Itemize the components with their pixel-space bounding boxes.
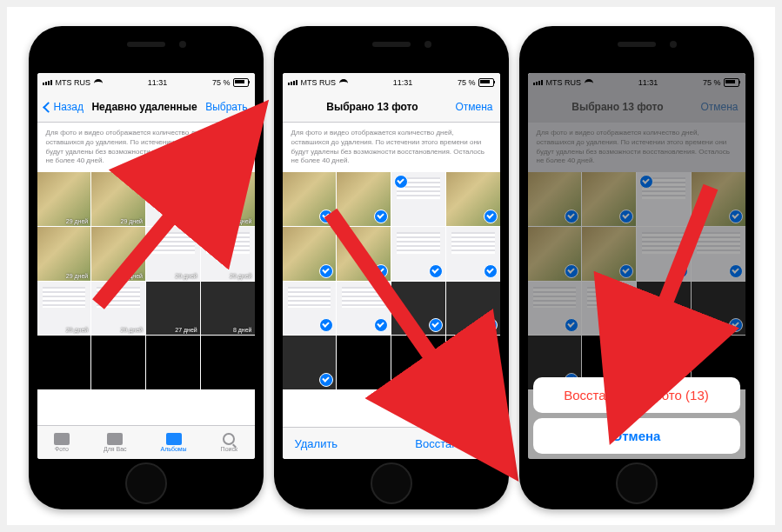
photo-thumb[interactable]: 8 дней xyxy=(201,282,255,336)
check-icon xyxy=(319,209,333,223)
carrier-label: MTS RUS xyxy=(301,78,337,87)
battery-icon xyxy=(478,78,494,87)
photo-thumb[interactable]: 29 дней xyxy=(91,282,145,336)
empty-cell xyxy=(91,336,145,389)
phone-2: MTS RUS 11:31 75 % Выбрано 13 фото Отмен… xyxy=(274,26,509,509)
clock: 11:31 xyxy=(393,78,413,87)
phone-1: MTS RUS 11:31 75 % Назад Недавно удаленн… xyxy=(29,26,264,509)
tab-bar: Фото Для Вас Альбомы Поиск xyxy=(37,425,255,459)
toolbar: Удалить Восстановить xyxy=(283,427,500,459)
photo-thumb[interactable] xyxy=(337,282,391,336)
clock: 11:31 xyxy=(148,78,168,87)
photos-icon xyxy=(54,433,70,445)
nav-bar: Выбрано 13 фото Отмена xyxy=(283,92,500,123)
action-sheet: Восстановить фото (13) Отмена xyxy=(533,377,740,454)
photo-thumb[interactable]: 29 дней xyxy=(146,172,200,226)
photo-thumb[interactable] xyxy=(337,227,391,281)
photo-thumb[interactable] xyxy=(391,172,445,226)
empty-cell xyxy=(146,336,200,389)
check-icon xyxy=(374,318,388,332)
empty-cell xyxy=(391,336,445,389)
info-text: Для фото и видео отображается количество… xyxy=(283,123,500,172)
back-button[interactable]: Назад xyxy=(44,101,84,113)
wifi-icon xyxy=(339,79,348,86)
photo-thumb[interactable]: 29 дней xyxy=(201,227,255,281)
tab-albums[interactable]: Альбомы xyxy=(161,433,187,452)
tab-search[interactable]: Поиск xyxy=(221,433,237,452)
photo-thumb[interactable] xyxy=(446,172,500,226)
back-label: Назад xyxy=(54,101,84,113)
photo-thumb[interactable] xyxy=(446,227,500,281)
status-bar: MTS RUS 11:31 75 % xyxy=(37,73,255,92)
check-icon xyxy=(374,209,388,223)
info-text: Для фото и видео отображается количество… xyxy=(37,123,255,172)
check-icon xyxy=(429,264,443,278)
photo-thumb[interactable]: 29 дней xyxy=(37,227,91,281)
wifi-icon xyxy=(94,79,103,86)
photo-grid: 29 дней 29 дней 29 дней 29 дней 29 дней … xyxy=(37,172,255,389)
empty-cell xyxy=(446,336,500,389)
delete-button[interactable]: Удалить xyxy=(295,437,338,450)
photo-thumb[interactable] xyxy=(391,227,445,281)
empty-cell xyxy=(37,336,91,389)
photo-thumb[interactable] xyxy=(283,336,337,389)
home-button[interactable] xyxy=(616,462,658,504)
home-button[interactable] xyxy=(371,462,412,504)
foryou-icon xyxy=(107,433,123,445)
recover-photos-button[interactable]: Восстановить фото (13) xyxy=(533,377,740,413)
check-icon xyxy=(319,373,333,387)
check-icon xyxy=(429,318,443,332)
check-icon xyxy=(484,264,498,278)
photo-thumb[interactable]: 29 дней xyxy=(91,172,145,226)
photo-thumb[interactable]: 29 дней xyxy=(146,227,200,281)
photo-thumb[interactable]: 27 дней xyxy=(146,282,200,336)
empty-cell xyxy=(201,336,255,389)
carrier-label: MTS RUS xyxy=(56,78,91,87)
tutorial-image: MTS RUS 11:31 75 % Назад Недавно удаленн… xyxy=(0,0,782,532)
nav-bar: Назад Недавно удаленные Выбрать xyxy=(37,92,255,123)
photo-thumb[interactable]: 29 дней xyxy=(37,172,91,226)
check-icon xyxy=(394,175,408,189)
home-button[interactable] xyxy=(125,462,167,504)
photo-thumb[interactable] xyxy=(283,227,337,281)
cancel-button[interactable]: Отмена xyxy=(455,101,492,113)
battery-label: 75 % xyxy=(212,78,231,87)
photo-thumb[interactable] xyxy=(283,172,337,226)
photo-thumb[interactable]: 29 дней xyxy=(91,227,145,281)
tab-foryou[interactable]: Для Вас xyxy=(104,433,127,452)
photo-thumb[interactable] xyxy=(283,282,337,336)
battery-label: 75 % xyxy=(458,78,476,87)
albums-icon xyxy=(166,433,182,445)
photo-thumb[interactable]: 29 дней xyxy=(201,172,255,226)
page-title: Выбрано 13 фото xyxy=(326,101,418,113)
check-icon xyxy=(319,264,333,278)
chevron-left-icon xyxy=(43,102,54,113)
check-icon xyxy=(319,318,333,332)
check-icon xyxy=(374,264,388,278)
check-icon xyxy=(484,318,498,332)
page-title: Недавно удаленные xyxy=(91,101,197,113)
photo-thumb[interactable] xyxy=(391,282,445,336)
battery-icon xyxy=(233,78,249,87)
check-icon xyxy=(484,209,498,223)
sheet-cancel-button[interactable]: Отмена xyxy=(533,418,740,454)
status-bar: MTS RUS 11:31 75 % xyxy=(283,73,500,92)
select-button[interactable]: Выбрать xyxy=(205,101,247,113)
photo-grid xyxy=(283,172,500,389)
photo-thumb[interactable] xyxy=(337,172,391,226)
empty-cell xyxy=(337,336,391,389)
photo-thumb[interactable] xyxy=(446,282,500,336)
phone-3: MTS RUS 11:31 75 % Выбрано 13 фото Отмен… xyxy=(519,26,754,509)
tab-photos[interactable]: Фото xyxy=(54,433,70,452)
search-icon xyxy=(223,433,235,445)
recover-button[interactable]: Восстановить xyxy=(415,437,487,450)
photo-thumb[interactable]: 29 дней xyxy=(37,282,91,336)
